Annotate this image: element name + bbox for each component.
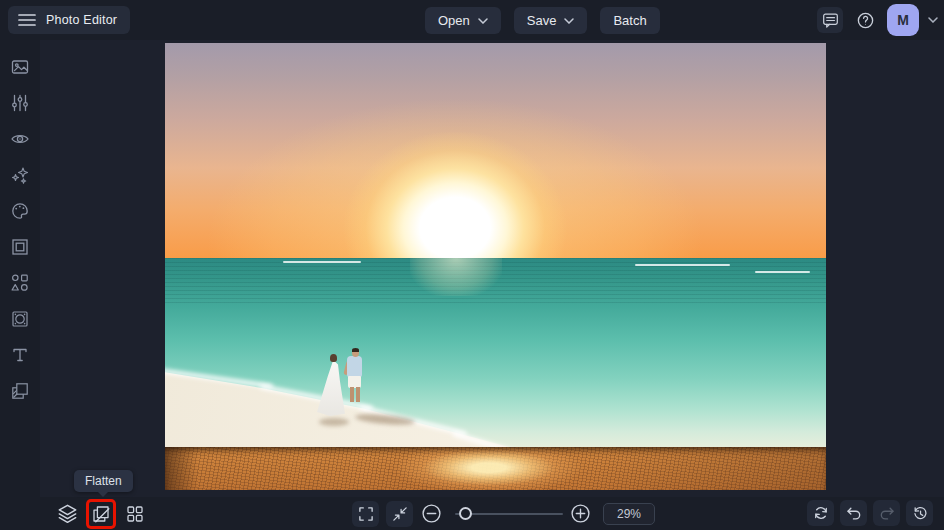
app-title: Photo Editor xyxy=(46,13,117,27)
fit-screen-button[interactable] xyxy=(386,501,413,527)
photo-man-shirt xyxy=(347,356,362,377)
sparkles-icon xyxy=(10,165,30,185)
zoom-slider-handle[interactable] xyxy=(459,507,472,520)
frame-icon xyxy=(10,237,30,257)
chevron-down-icon xyxy=(928,17,938,23)
flatten-tooltip: Flatten xyxy=(74,470,133,492)
help-button[interactable] xyxy=(852,7,878,33)
chevron-down-icon xyxy=(564,18,574,24)
save-button-label: Save xyxy=(527,13,557,28)
photo-woman-dress xyxy=(317,360,345,416)
photo-man-leg xyxy=(350,387,354,402)
palette-icon xyxy=(10,201,30,221)
tools-sidebar xyxy=(0,40,40,497)
save-button[interactable]: Save xyxy=(514,7,588,34)
topbar-right: M xyxy=(817,0,938,40)
sidebar-item-frames[interactable] xyxy=(9,237,31,257)
open-button[interactable]: Open xyxy=(425,7,501,34)
zoom-out-icon xyxy=(421,503,442,524)
feedback-button[interactable] xyxy=(817,7,843,33)
sync-icon xyxy=(812,504,830,522)
shapes-icon xyxy=(10,273,30,293)
sidebar-item-photo-manager[interactable] xyxy=(9,57,31,77)
sidebar-item-effects[interactable] xyxy=(9,165,31,185)
image-icon xyxy=(10,57,30,77)
photo-layer-wet-sand-strip[interactable] xyxy=(165,447,826,490)
sidebar-item-edit[interactable] xyxy=(9,93,31,113)
photo-man-leg xyxy=(356,387,360,402)
history-icon xyxy=(911,504,929,522)
history-controls xyxy=(807,500,933,526)
zoom-out-button[interactable] xyxy=(420,503,442,525)
photo-foam-streak xyxy=(283,261,361,263)
chevron-down-icon xyxy=(478,18,488,24)
zoom-controls: 29% xyxy=(352,497,655,530)
hamburger-menu-icon xyxy=(18,13,36,27)
zoom-level-value: 29% xyxy=(617,507,641,521)
sidebar-item-artsy[interactable] xyxy=(9,201,31,221)
photo-man-hair xyxy=(352,348,359,352)
photo-editor-app: Photo Editor Open Save Batch xyxy=(0,0,944,530)
photo-couple xyxy=(317,349,427,433)
feedback-icon xyxy=(822,12,839,29)
batch-button-label: Batch xyxy=(613,13,646,28)
refresh-button[interactable] xyxy=(807,500,834,526)
photo-layer-beach-sunset[interactable] xyxy=(165,43,826,447)
photo-shadow xyxy=(319,418,349,426)
sidebar-item-graphics[interactable] xyxy=(9,273,31,293)
zoom-slider[interactable] xyxy=(455,507,563,521)
redo-icon xyxy=(878,504,896,522)
sidebar-item-text[interactable] xyxy=(9,345,31,365)
template-grid-button[interactable] xyxy=(123,502,147,526)
flatten-button[interactable] xyxy=(89,502,113,526)
photo-shadow xyxy=(355,412,416,426)
grid-icon xyxy=(125,504,145,524)
flatten-tooltip-label: Flatten xyxy=(85,474,122,488)
open-button-label: Open xyxy=(438,13,470,28)
bottom-bar: 29% xyxy=(0,497,944,530)
zoom-level-field[interactable]: 29% xyxy=(603,503,655,525)
overlays-icon xyxy=(10,381,30,401)
photo-foam-streak xyxy=(635,264,730,266)
eye-icon xyxy=(10,129,30,149)
zoom-in-icon xyxy=(570,503,591,524)
sliders-icon xyxy=(10,93,30,113)
photo-woman-head xyxy=(330,354,337,362)
batch-button[interactable]: Batch xyxy=(600,7,659,34)
fullscreen-button[interactable] xyxy=(352,501,379,527)
sidebar-item-textures[interactable] xyxy=(9,309,31,329)
undo-icon xyxy=(845,504,863,522)
layers-icon xyxy=(57,503,78,524)
text-icon xyxy=(10,345,30,365)
sidebar-item-retouch[interactable] xyxy=(9,129,31,149)
help-icon xyxy=(856,11,875,30)
photo-sun xyxy=(165,43,826,258)
photo-sun-reflection xyxy=(410,258,502,296)
flatten-icon xyxy=(91,504,111,524)
photo-foam-streak xyxy=(755,271,810,273)
layer-controls xyxy=(55,497,147,530)
fullscreen-icon xyxy=(357,505,375,523)
sidebar-item-overlays[interactable] xyxy=(9,381,31,401)
top-bar: Photo Editor Open Save Batch xyxy=(0,0,944,40)
main-menu-button[interactable]: Photo Editor xyxy=(8,6,130,34)
editor-canvas[interactable] xyxy=(40,40,944,497)
topbar-actions: Open Save Batch xyxy=(425,7,660,34)
user-avatar[interactable]: M xyxy=(887,4,919,36)
account-menu-chevron[interactable] xyxy=(928,17,938,23)
redo-button[interactable] xyxy=(873,500,900,526)
zoom-in-button[interactable] xyxy=(569,503,591,525)
undo-button[interactable] xyxy=(840,500,867,526)
layers-button[interactable] xyxy=(55,502,79,526)
fit-screen-icon xyxy=(391,505,409,523)
texture-icon xyxy=(10,309,30,329)
avatar-initial: M xyxy=(897,12,909,28)
history-button[interactable] xyxy=(906,500,933,526)
